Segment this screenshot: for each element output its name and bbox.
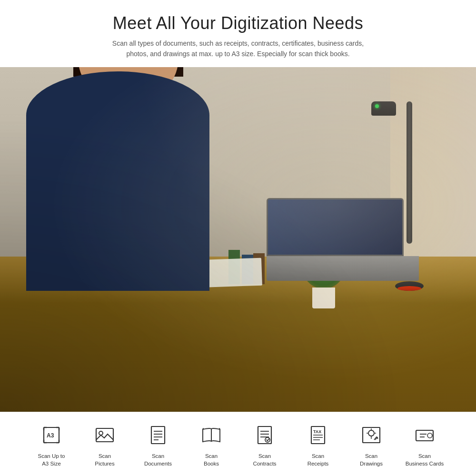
scan-receipts-icon-box: TAX [305,422,331,448]
scan-documents-icon [147,424,169,446]
scan-receipts-icon: TAX [307,424,329,446]
scan-contracts-icon [253,424,276,446]
feature-scan-business-cards: ScanBusiness Cards [398,422,451,467]
scan-a3-icon-box: A3 [38,422,65,448]
scan-documents-icon-box [145,422,171,448]
scan-documents-label: ScanDocuments [144,452,172,467]
scan-books-label: ScanBooks [204,452,219,467]
svg-rect-12 [151,426,165,444]
scan-business-cards-icon-box [411,422,438,448]
feature-scan-contracts: ScanContracts [238,422,291,467]
svg-text:A3: A3 [47,432,54,439]
scan-business-cards-label: ScanBusiness Cards [406,452,444,467]
svg-text:TAX: TAX [313,429,321,434]
scan-receipts-label: ScanReceipts [307,452,329,467]
page-subtitle: Scan all types of documents, such as rec… [105,38,371,60]
scan-a3-icon: A3 [40,424,63,446]
scan-contracts-label: ScanContracts [253,452,276,467]
svg-point-38 [427,433,432,438]
svg-rect-10 [96,428,113,442]
scan-a3-label: Scan Up toA3 Size [38,452,65,467]
feature-scan-books: ScanBooks [185,422,238,467]
page-container: Meet All Your Digitization Needs Scan al… [0,0,476,476]
scan-business-cards-icon [413,424,436,446]
scan-books-icon-box [198,422,225,448]
scan-books-icon [200,424,223,446]
scan-pictures-icon-box [91,422,118,448]
hero-image [0,67,476,412]
scan-pictures-icon [93,424,116,446]
scan-drawings-icon [360,424,383,446]
svg-point-29 [368,430,374,436]
feature-scan-a3: A3 Scan Up toA3 Size [25,422,78,467]
svg-point-22 [265,437,270,442]
scan-drawings-label: ScanDrawings [360,452,383,467]
feature-scan-receipts: TAX ScanReceipts [291,422,345,467]
photo-overlay [0,67,476,412]
header-section: Meet All Your Digitization Needs Scan al… [0,0,476,67]
svg-rect-35 [416,430,433,441]
page-title: Meet All Your Digitization Needs [10,13,466,33]
scan-pictures-label: ScanPictures [95,452,115,467]
scan-contracts-icon-box [251,422,278,448]
scan-drawings-icon-box [358,422,385,448]
feature-scan-pictures: ScanPictures [78,422,131,467]
feature-scan-documents: ScanDocuments [131,422,185,467]
scene-background [0,67,476,412]
feature-scan-drawings: ScanDrawings [345,422,398,467]
features-bar: A3 Scan Up toA3 Size ScanPictures [0,412,476,476]
